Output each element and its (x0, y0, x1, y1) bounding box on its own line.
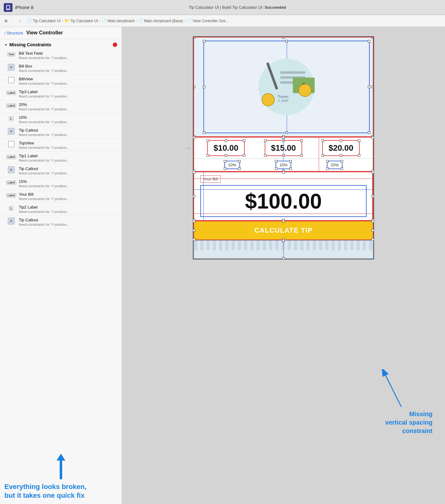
ci-icon-l: L (7, 115, 16, 122)
svg-line-4 (386, 375, 401, 407)
device-label: iPhone 8 (15, 5, 33, 10)
handle-top-right (372, 37, 373, 39)
inner-handle-tl (203, 40, 205, 43)
calc-handle-rc (372, 229, 374, 232)
calc-handle-tc (282, 220, 285, 223)
annotation-section: Everything looks broken,but it takes one… (0, 447, 122, 504)
breadcrumb-label-5: View Controller Sce... (192, 19, 228, 23)
right-annotation-text: Missing vertical spacing constraint (385, 410, 432, 435)
title-bar: iPhone 8 Tip Calculator UI | Build Tip C… (0, 0, 445, 15)
back-chevron: ‹ (4, 31, 6, 35)
handle-right-center (372, 86, 373, 88)
ci-info: Tip2 Label Need constraints for: Y posit… (19, 205, 117, 214)
title-bar-center: Tip Calculator UI | Build Tip Calculator… (33, 5, 441, 10)
ci-icon-label3: Label (7, 154, 16, 160)
list-item[interactable]: ⊠ Tip Callout Need constraints for: Y po… (0, 216, 122, 229)
breadcrumb-sep-1: › (62, 19, 63, 23)
ta3-handle-tl (322, 139, 324, 142)
list-item[interactable]: Label Tip1 Label Need constraints for: Y… (0, 152, 122, 164)
file-icon-1: 📄 (27, 18, 32, 23)
bill-amount-display: $100.00 (200, 185, 367, 217)
ci-info: Tip Callout Need constraints for: Y posi… (19, 128, 117, 137)
ci-desc: Need constraints for: Y position... (19, 159, 117, 162)
list-item[interactable]: Label Tip3 Label Need constraints for: Y… (0, 88, 122, 100)
canvas-bill-area: Your Bill $100.00 (193, 172, 373, 221)
ci-icon-label: Label (7, 89, 16, 96)
nav-forward[interactable]: › (17, 18, 23, 24)
inner-handle-rc (368, 86, 370, 88)
list-item[interactable]: Label Your Bill Need constraints for: Y … (0, 190, 122, 203)
tip-percent-label-2: 15% (279, 163, 288, 167)
calc-handle-lc (193, 229, 195, 232)
ci-info: 15% Need constraints for: Y position... (19, 179, 117, 188)
tp2-handle-tl (275, 160, 278, 163)
list-item[interactable]: Label 20% Need constraints for: Y positi… (0, 100, 122, 113)
ci-desc: Need constraints for: Y position... (19, 223, 117, 226)
ba-handle-tc (282, 171, 285, 174)
breadcrumb-sep-3: › (136, 19, 137, 23)
ta1-handle-tr (243, 139, 245, 142)
ci-name: Tip Callout (19, 128, 117, 133)
ci-name: 20% (19, 102, 117, 107)
ba-handle-lc (193, 195, 195, 198)
inner-handle-tr (368, 40, 370, 43)
annotation-arrow-svg (376, 369, 414, 410)
handle-top-left (193, 37, 195, 39)
ci-icon-square (7, 77, 16, 83)
bill-vline-1 (203, 172, 204, 220)
ci-desc: Need constraints for: Y position... (19, 107, 117, 111)
ci-name: Tip Callout (19, 166, 117, 171)
canvas-top-image: $ Thanks☺ you! (193, 37, 373, 137)
constraints-title: ▼ Missing Constraints (4, 42, 51, 47)
breadcrumb-item-3[interactable]: 📄 Main.storyboard (102, 18, 134, 23)
ci-info: 10% Need constraints for: Y position... (19, 115, 117, 124)
ta1-handle-tc (225, 139, 227, 142)
list-item[interactable]: Text Bill Text Field Need constraints fo… (0, 49, 122, 62)
list-item[interactable]: L 10% Need constraints for: Y position..… (0, 113, 122, 126)
constraints-section[interactable]: ▼ Missing Constraints Text Bill Text Fie… (0, 39, 122, 447)
breadcrumb-sep-2: › (99, 19, 101, 23)
calculate-tip-button[interactable]: CALCULATE TIP (193, 221, 373, 240)
grid-icon[interactable]: ⊞ (3, 18, 9, 24)
arrow-right: → (185, 144, 192, 152)
breadcrumb-item-5[interactable]: 📄 View Controller Sce... (187, 18, 228, 23)
breadcrumb-item-4[interactable]: 📄 Main.storyboard (Base) (138, 18, 183, 23)
list-item[interactable]: L Tip2 Label Need constraints for: Y pos… (0, 203, 122, 216)
list-item[interactable]: Label 15% Need constraints for: Y positi… (0, 177, 122, 190)
ci-info: Bill Box Need constraints for: Y positio… (19, 64, 117, 73)
tp1-handle-tl (224, 160, 226, 163)
list-item[interactable]: ⊠ Bill Box Need constraints for: Y posit… (0, 62, 122, 75)
breadcrumb-item-2[interactable]: 📁 Tip Calculator UI (64, 18, 98, 23)
nav-back[interactable]: ‹ (10, 18, 16, 24)
tp3-handle-br (341, 167, 343, 170)
ci-name: TopView (19, 141, 117, 145)
ta2-handle-bl (264, 154, 267, 157)
annotation-arrow-up (4, 454, 117, 479)
breadcrumb-label-4: Main.storyboard (Base) (144, 19, 183, 23)
vc-title: View Controller (26, 30, 63, 36)
ci-desc: Need constraints for: Y position... (19, 120, 117, 124)
ci-name: Bill Box (19, 64, 117, 68)
list-item[interactable]: ⊠ Tip Callout Need constraints for: Y po… (0, 164, 122, 177)
list-item[interactable]: TopView Need constraints for: Y position… (0, 139, 122, 152)
tabs-vline (283, 241, 284, 258)
tp3-handle-bl (326, 167, 329, 170)
ci-info: 20% Need constraints for: Y position... (19, 102, 117, 111)
ci-name: 15% (19, 179, 117, 184)
list-item[interactable]: ⊠ Tip Callout Need constraints for: Y po… (0, 126, 122, 139)
tip-illustration: $ Thanks☺ you! (252, 53, 321, 121)
tp1-handle-br (238, 167, 241, 170)
breadcrumb-bar: ⊞ ‹ › 📄 Tip Calculator UI › 📁 Tip Calcul… (0, 15, 445, 27)
main-layout: ‹ Structure View Controller ▼ Missing Co… (0, 27, 445, 504)
tp3-handle-tr (341, 160, 343, 163)
back-structure-link[interactable]: ‹ Structure (4, 31, 23, 35)
ta3-handle-tc (340, 139, 342, 142)
ci-desc: Need constraints for: Y position... (19, 146, 117, 149)
breadcrumb-item-1[interactable]: 📄 Tip Calculator UI (27, 18, 61, 23)
ta2-handle-tl (264, 139, 267, 142)
folder-icon-2: 📁 (64, 18, 69, 23)
tip-row-vline-red (319, 138, 319, 171)
iphone-canvas: $ Thanks☺ you! → (193, 36, 374, 260)
collapse-triangle[interactable]: ▼ (4, 43, 8, 47)
list-item[interactable]: BillView Need constraints for: Y positio… (0, 75, 122, 88)
